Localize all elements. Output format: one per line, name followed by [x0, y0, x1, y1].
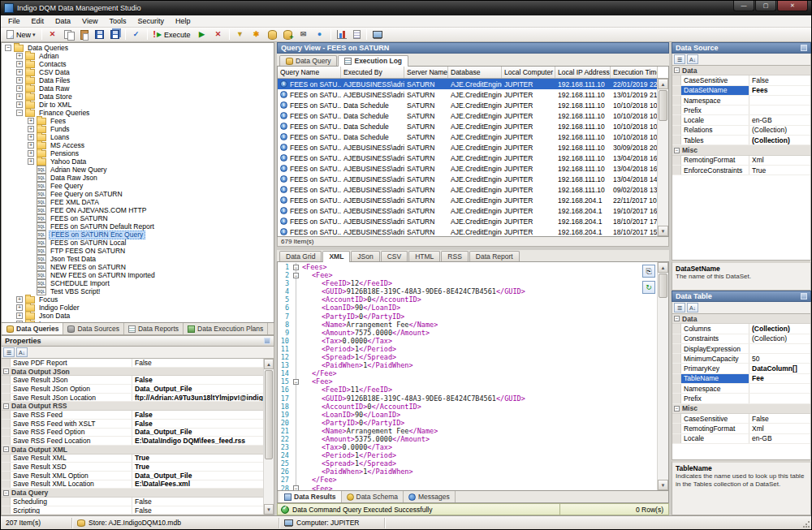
expand-icon[interactable]: + [28, 150, 34, 157]
query-tab-data-query[interactable]: Data Query [279, 55, 337, 66]
column-header-execution-time[interactable]: Execution Time [611, 67, 658, 78]
property-value[interactable]: (Collection) [749, 136, 810, 144]
expand-icon[interactable]: + [28, 158, 34, 165]
property-row-save-rss-feed-location[interactable]: Save RSS Feed LocationE:\Data\Indigo DQM… [2, 437, 274, 446]
tree-item-fees[interactable]: +Fees [2, 117, 274, 125]
titlebar[interactable]: Indigo DQM Data Management Studio — ▢ ✕ [1, 1, 811, 15]
save-button[interactable] [92, 28, 107, 41]
property-row-constraints[interactable]: Constraints(Collection) [672, 334, 810, 344]
log-row[interactable]: FEES on SATU...AJEBUSINESS\adrianSATURNA… [278, 226, 668, 237]
property-row-primarykey[interactable]: PrimaryKeyDataColumn[] [672, 364, 810, 373]
tree-item-adrian-new-query[interactable]: SQLAdrian New Query [2, 166, 274, 174]
expand-icon[interactable]: + [28, 118, 34, 124]
expand-icon[interactable]: + [16, 296, 23, 303]
property-category-data-output-rss[interactable]: −Data Output RSS [2, 402, 274, 411]
property-value[interactable] [749, 384, 810, 393]
property-value[interactable]: 50 [749, 354, 810, 363]
report-button[interactable] [350, 28, 364, 41]
menu-file[interactable]: File [2, 16, 26, 26]
property-row-save-result-json-location[interactable]: Save Result JSon Locationftp://Adrian:A9… [2, 394, 274, 403]
menu-edit[interactable]: Edit [26, 16, 50, 26]
property-row-datasetname[interactable]: DataSetNameFees [672, 86, 810, 96]
properties-scrollbar[interactable]: ▲ ▼ [263, 359, 274, 515]
expand-icon[interactable]: + [28, 142, 34, 149]
explorer-tab-data-reports[interactable]: Data Reports [124, 323, 184, 334]
property-row-save-rss-feed[interactable]: Save RSS FeedFalse [2, 411, 274, 420]
property-category-data-query[interactable]: −Data Query [2, 489, 274, 498]
property-row-locale[interactable]: Localeen-GB [672, 434, 810, 444]
expand-icon[interactable]: + [16, 69, 23, 75]
chart-button[interactable] [334, 28, 350, 41]
copy-output-button[interactable]: ⎘ [642, 265, 655, 278]
collapse-icon[interactable]: − [674, 316, 680, 321]
property-row-save-result-xsd[interactable]: Save Result XSDTrue [2, 463, 274, 472]
log-row[interactable]: FEES on SATU...Data ScheduleSATURNAJE.Cr… [278, 121, 668, 131]
property-value[interactable]: E:\Data\Fees.xml [132, 480, 274, 489]
property-row-save-pdf-report[interactable]: Save PDF ReportFalse [2, 359, 274, 368]
fold-toggle-icon[interactable]: − [293, 485, 299, 490]
log-vertical-scrollbar[interactable]: ▲ ▼ [657, 79, 668, 236]
property-value[interactable] [749, 106, 810, 114]
property-row-scripting[interactable]: ScriptingFalse [2, 506, 274, 515]
log-row[interactable]: FEES on SATU...AJEBUSINESS\adrianSATURNA… [278, 174, 668, 184]
property-row-relations[interactable]: Relations(Collection) [672, 126, 810, 136]
property-category-data[interactable]: −Data [672, 66, 810, 75]
scrollbar-thumb[interactable] [659, 274, 667, 298]
tree-item-data-raw[interactable]: +Data Raw [2, 84, 274, 93]
collapse-icon[interactable]: − [3, 446, 9, 452]
result-tab-html[interactable]: HTML [408, 251, 440, 261]
tree-item-yahoo-data[interactable]: +Yahoo Data [2, 157, 274, 166]
email-button[interactable]: ✉ [296, 28, 312, 41]
tree-item-pensions[interactable]: +Pensions [2, 149, 274, 157]
property-value[interactable]: en-GB [749, 115, 810, 124]
log-row[interactable]: FEES on SATU...AJEBUSINESS\adrianSATURNA… [278, 216, 668, 226]
tree-item-funds[interactable]: +Funds [2, 125, 274, 133]
tree-item-fee-xml-data[interactable]: SQLFEE XML DATA [2, 198, 274, 206]
tree-item-focus[interactable]: +Focus [2, 295, 274, 304]
computer-button[interactable] [369, 28, 386, 41]
property-value[interactable]: False [132, 411, 274, 419]
expand-icon[interactable]: + [16, 312, 23, 319]
property-value[interactable] [749, 394, 810, 403]
property-value[interactable]: Xml [749, 424, 810, 433]
collapse-icon[interactable]: − [674, 406, 680, 412]
result-tab-data-grid[interactable]: Data Grid [279, 251, 322, 261]
tree-item-json-data[interactable]: +Json Data [2, 312, 274, 320]
property-value[interactable] [749, 96, 810, 105]
maximize-button[interactable]: ▢ [755, 1, 776, 11]
scrollbar-thumb[interactable] [265, 370, 273, 459]
fold-toggle-icon[interactable]: − [293, 379, 299, 385]
panel-options-icon[interactable] [801, 45, 807, 51]
new-query-button[interactable]: ✱ [248, 28, 265, 41]
property-value[interactable] [749, 344, 810, 353]
refresh-output-button[interactable]: ↻ [642, 281, 655, 294]
log-row[interactable]: FEES on SATU...AJEBUSINESS\adrianSATURNA… [278, 205, 668, 216]
view-tab-data-results[interactable]: Data Results [279, 491, 342, 502]
scroll-down-button[interactable]: ▼ [264, 504, 274, 515]
property-row-save-result-json[interactable]: Save Result JSonFalse [2, 376, 274, 385]
panel-pin-icon[interactable] [264, 338, 270, 344]
scroll-up-button[interactable]: ▲ [264, 359, 274, 369]
property-row-save-result-xml[interactable]: Save Result XMLTrue [2, 455, 274, 463]
alphabetical-sort-button[interactable]: A↓ [687, 303, 698, 312]
tree-item-fees-on-saturn-local[interactable]: SQLFEES on SATURN Local [2, 239, 274, 247]
property-value[interactable]: False [132, 498, 274, 506]
execute-options-button[interactable]: ▶ [194, 28, 210, 41]
data-store-button[interactable] [265, 28, 280, 41]
alphabetical-sort-button[interactable]: A↓ [687, 54, 698, 64]
tree-item-data-queries[interactable]: −Data Queries [2, 44, 274, 52]
view-tab-data-schema[interactable]: Data Schema [342, 491, 404, 502]
property-row-tables[interactable]: Tables(Collection) [672, 136, 810, 145]
property-category-data-output-json[interactable]: −Data Output JSon [2, 368, 274, 377]
execute-button[interactable]: !▶Execute [150, 28, 194, 41]
tree-item-csv-data[interactable]: +CSV Data [2, 68, 274, 76]
property-row-scheduling[interactable]: SchedulingFalse [2, 498, 274, 506]
scroll-up-button[interactable]: ▲ [658, 262, 668, 273]
property-row-minimumcapacity[interactable]: MinimumCapacity50 [672, 354, 810, 364]
property-row-save-result-xml-option[interactable]: Save Result XML OptionData_Output_File [2, 472, 274, 480]
alphabetical-sort-button[interactable]: A↓ [16, 347, 28, 357]
property-value[interactable]: Fee [749, 374, 810, 383]
menu-tools[interactable]: Tools [103, 16, 132, 26]
result-tab-rss[interactable]: RSS [441, 251, 468, 261]
property-row-enforceconstraints[interactable]: EnforceConstraintsTrue [672, 166, 810, 175]
